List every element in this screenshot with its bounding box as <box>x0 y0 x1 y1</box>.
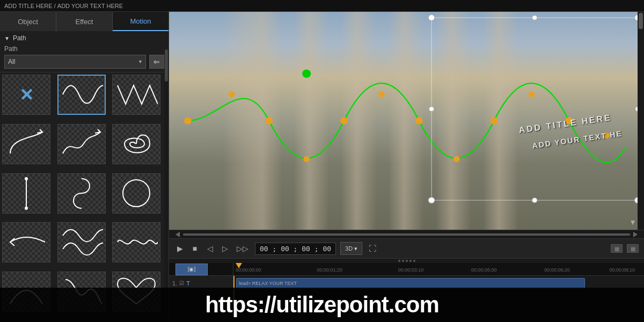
s-curve-path-icon <box>60 176 103 211</box>
3d-mode-button[interactable]: 3D ▾ <box>340 242 362 255</box>
path-grid: ✕ <box>0 72 169 322</box>
tab-motion[interactable]: Motion <box>113 12 169 31</box>
circle-path-icon <box>115 176 158 211</box>
path-item-curve2[interactable] <box>57 124 106 164</box>
hscroll-thumb <box>183 233 630 236</box>
section-header-path[interactable]: ▼ Path <box>4 34 164 42</box>
wave2-path-icon <box>60 225 103 260</box>
arrow1-path-icon <box>5 225 48 260</box>
main-layout: Object Effect Motion ▼ Path Path All ▼ ⇐ <box>0 12 644 322</box>
ruler-mark-3: 00;00;05;00 <box>471 267 497 273</box>
path-item-circle[interactable] <box>112 173 160 214</box>
svg-point-1 <box>25 177 28 180</box>
play-button[interactable]: ▶ <box>174 242 185 255</box>
title-bar: ADD TITLE HERE / ADD YOUR TEXT HERE <box>0 0 644 12</box>
timeline-label-col: [◉] <box>169 263 233 275</box>
ruler-mark-4: 00;00;06;20 <box>544 267 570 273</box>
scroll-right-icon[interactable] <box>633 232 638 237</box>
curve1-path-icon <box>5 127 48 162</box>
tabs-row: Object Effect Motion <box>0 12 169 31</box>
playhead-icon: [◉] <box>188 266 196 272</box>
x-icon: ✕ <box>19 85 34 105</box>
path-item-curve1[interactable] <box>2 124 50 164</box>
track-type-icon: T <box>186 280 190 287</box>
path-item-s-curve[interactable] <box>57 173 106 214</box>
timeline-ruler: 00;00;00;00 00;00;01;20 00;00;03;10 00;0… <box>233 263 644 276</box>
chevron-down-icon: ▼ <box>4 35 10 41</box>
watermark: https://utilizepoint.com <box>169 288 644 322</box>
preview-vertical-scrollbar[interactable] <box>638 12 644 230</box>
app-title: ADD TITLE HERE <box>4 3 53 9</box>
ruler-mark-2: 00;00;03;10 <box>398 267 424 273</box>
dot-2 <box>402 260 404 262</box>
stop-button[interactable]: ■ <box>189 242 200 255</box>
film-icon-left: ▦ <box>611 244 623 253</box>
line-path-icon <box>5 176 48 211</box>
tab-object[interactable]: Object <box>0 12 56 31</box>
dot-4 <box>409 260 412 262</box>
app-subtitle: ADD YOUR TEXT HERE <box>57 3 123 9</box>
path-row-label: Path <box>4 45 164 53</box>
track-clip-1[interactable]: lead> RELAX YOUR TEXT <box>236 278 585 289</box>
path-item-arrow1[interactable] <box>2 222 50 262</box>
path-item-wave2[interactable] <box>57 222 106 262</box>
squiggle-path-icon <box>115 225 158 260</box>
reverse-path-button[interactable]: ⇐ <box>149 55 164 69</box>
transport-bar: ▶ ■ ◁ ▷ ▷▷ 00 ; 00 ; 00 ; 00 3D ▾ ⛶ ▦ ▦ <box>169 238 644 259</box>
timecode-display: 00 ; 00 ; 00 ; 00 <box>255 243 336 255</box>
film-icon-right: ▦ <box>627 244 639 253</box>
fast-forward-button[interactable]: ▷▷ <box>235 242 251 255</box>
track-number: 1. <box>172 280 177 287</box>
ruler-mark-1: 00;00;01;20 <box>317 267 342 273</box>
preview-hscrollbar[interactable] <box>169 230 644 238</box>
playhead-control[interactable]: [◉] <box>175 264 208 275</box>
path-section: ▼ Path Path All ▼ ⇐ <box>0 31 169 72</box>
zigzag-path-icon <box>115 77 158 112</box>
path-item-squiggle[interactable] <box>112 222 160 262</box>
step-back-button[interactable]: ◁ <box>204 242 215 255</box>
scroll-thumb <box>165 49 168 82</box>
vscroll-thumb <box>639 13 643 29</box>
path-item-zigzag[interactable] <box>112 75 160 115</box>
hscroll-track <box>183 233 630 236</box>
dot-1 <box>398 260 400 262</box>
ruler-mark-5: 00;00;08;10 <box>609 267 635 273</box>
path-item-line[interactable] <box>2 173 50 214</box>
right-content: ADD TITLE HERE ADD YOUR TEXT HE ▼ ▶ ■ ◁ <box>169 12 644 322</box>
watermark-text: https://utilizepoint.com <box>205 292 439 317</box>
track-check-icon: ☑ <box>179 280 184 286</box>
path-select-wrapper: All ▼ <box>4 55 146 69</box>
timeline-header: [◉] 00;00;00;00 00;00;01;20 00;00;03;10 … <box>169 263 644 276</box>
left-panel: Object Effect Motion ▼ Path Path All ▼ ⇐ <box>0 12 169 322</box>
spiral-path-icon <box>115 127 158 162</box>
preview-area: ADD TITLE HERE ADD YOUR TEXT HE ▼ <box>169 12 644 230</box>
tab-effect[interactable]: Effect <box>56 12 113 31</box>
wave-path-icon <box>60 77 103 112</box>
video-frame: ADD TITLE HERE ADD YOUR TEXT HE <box>169 12 644 230</box>
section-label-path: Path <box>13 34 26 42</box>
path-item-spiral[interactable] <box>112 124 160 164</box>
path-label: Path <box>4 45 18 53</box>
ruler-marks-container: 00;00;00;00 00;00;01;20 00;00;03;10 00;0… <box>236 263 642 276</box>
playhead-triangle <box>236 263 242 268</box>
path-item-wave[interactable] <box>57 75 106 115</box>
fullscreen-button[interactable]: ⛶ <box>367 242 378 255</box>
scroll-left-icon[interactable] <box>175 232 180 237</box>
svg-point-2 <box>25 207 28 210</box>
expand-preview-button[interactable]: ▼ <box>629 218 636 226</box>
dot-3 <box>406 260 408 262</box>
dot-5 <box>413 260 415 262</box>
path-item-none[interactable]: ✕ <box>2 75 50 115</box>
clip-label: lead> RELAX YOUR TEXT <box>239 281 297 286</box>
left-panel-scrollbar[interactable] <box>164 49 169 322</box>
step-forward-button[interactable]: ▷ <box>219 242 230 255</box>
path-select-row: All ▼ ⇐ <box>4 55 164 69</box>
curve2-path-icon <box>60 127 103 162</box>
path-select[interactable]: All <box>4 55 146 69</box>
svg-point-3 <box>123 180 150 207</box>
